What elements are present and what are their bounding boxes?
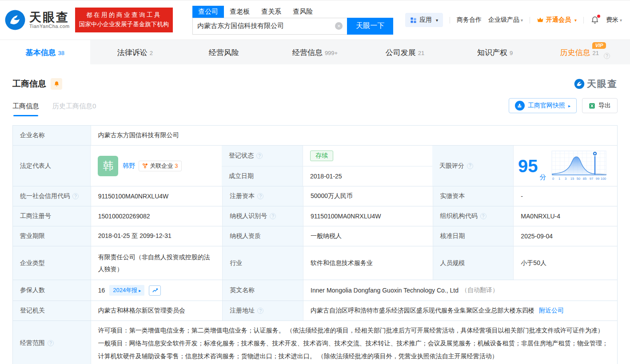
subtab-business-info[interactable]: 工商信息 bbox=[12, 102, 39, 116]
field-label: 经营范围 bbox=[13, 321, 91, 364]
help-icon[interactable] bbox=[256, 153, 263, 159]
svg-text:3: 3 bbox=[564, 177, 566, 181]
tab-basic-info[interactable]: 基本信息38 bbox=[0, 40, 90, 64]
tab-intellectual-property[interactable]: 知识产权9 bbox=[450, 40, 540, 64]
top-nav: 应用 商务合作 企业级产品 开通会员 bbox=[405, 13, 622, 27]
tianyancha-logo-icon bbox=[4, 9, 26, 31]
reg-address-cell: 内蒙古自治区呼和浩特市盛乐经济园区盛乐现代服务业集聚区企业总部大楼东四楼 附近公… bbox=[303, 301, 617, 320]
arrow-right-icon bbox=[568, 103, 570, 108]
brand-name: 天眼查 bbox=[29, 11, 70, 24]
company-name-value: 内蒙古东方国信科技有限公司 bbox=[91, 126, 617, 145]
credit-code-value: 91150100MA0NRXLU4W bbox=[91, 186, 223, 206]
table-row: 经营范围 许可项目：第一类增值电信业务；第二类增值电信业务；认证服务。 （依法须… bbox=[13, 320, 617, 364]
search-tab-boss[interactable]: 查老板 bbox=[224, 6, 255, 18]
section-title: 工商信息 bbox=[12, 78, 46, 90]
crown-icon bbox=[537, 17, 544, 23]
clear-icon[interactable] bbox=[335, 22, 343, 30]
status-badge: 存续 bbox=[310, 150, 333, 161]
field-label: 注册资本 bbox=[222, 186, 303, 206]
slogan-banner: 都在用的商业查询工具 国家中小企业发展子基金旗下机构 bbox=[75, 8, 173, 32]
reg-number-value: 150100020269082 bbox=[91, 206, 223, 226]
trend-chart-icon bbox=[152, 287, 158, 293]
paid-capital-value: - bbox=[513, 186, 617, 206]
network-icon bbox=[142, 163, 148, 169]
search-input[interactable] bbox=[197, 22, 335, 30]
search-box: 天眼一下 bbox=[192, 18, 393, 35]
notification-bell[interactable] bbox=[590, 16, 599, 24]
nav-enterprise-products[interactable]: 企业级产品 bbox=[488, 16, 523, 24]
field-label: 登记机关 bbox=[13, 301, 91, 320]
watermark-text: 天眼查 bbox=[587, 78, 618, 90]
help-icon[interactable] bbox=[48, 340, 54, 346]
field-label: 企业名称 bbox=[13, 126, 91, 145]
svg-text:85: 85 bbox=[582, 177, 586, 181]
apps-menu[interactable]: 应用 bbox=[405, 13, 443, 27]
search-tab-relation[interactable]: 查关系 bbox=[255, 6, 287, 18]
staff-size-value: 小于50人 bbox=[513, 246, 617, 280]
open-vip-menu[interactable]: 开通会员 bbox=[537, 16, 577, 24]
help-icon[interactable] bbox=[604, 53, 610, 59]
apps-label: 应用 bbox=[419, 16, 432, 24]
related-companies-badge[interactable]: 关联企业 3 bbox=[139, 161, 181, 171]
help-icon[interactable] bbox=[467, 163, 473, 169]
field-label: 纳税人资质 bbox=[222, 226, 303, 246]
field-label: 核准日期 bbox=[433, 226, 514, 246]
export-button[interactable]: 导出 bbox=[582, 98, 618, 113]
search-tabs: 查公司 查老板 查关系 查风险 bbox=[192, 6, 393, 18]
annual-report-badge[interactable]: 2024年报 bbox=[109, 285, 144, 296]
approved-date-value: 2025-09-04 bbox=[513, 226, 617, 246]
svg-text:97: 97 bbox=[589, 177, 593, 181]
field-label: 登记状态 bbox=[222, 146, 303, 166]
org-code-value: MA0NRXLU-4 bbox=[513, 206, 617, 226]
tab-history-info[interactable]: VIP 历史信息21 bbox=[540, 40, 630, 64]
page: 天眼查 TianYanCha.com 都在用的商业查询工具 国家中小企业发展子基… bbox=[0, 0, 630, 364]
watermark-logo: 天眼查 bbox=[574, 78, 618, 90]
subscribe-bell-button[interactable] bbox=[51, 78, 62, 90]
field-label: 统一社会信用代码 bbox=[13, 186, 91, 206]
search-tab-company[interactable]: 查公司 bbox=[192, 6, 224, 18]
field-label: 企业类型 bbox=[13, 246, 91, 280]
chevron-down-icon bbox=[436, 18, 438, 23]
username: 费米 bbox=[606, 16, 618, 24]
taxpayer-quality-value: 一般纳税人 bbox=[303, 226, 433, 246]
tab-operating-info[interactable]: 经营信息999+ bbox=[270, 40, 360, 64]
slogan-line1: 都在用的商业查询工具 bbox=[79, 11, 169, 20]
search-button[interactable]: 天眼一下 bbox=[347, 18, 393, 35]
help-icon[interactable] bbox=[257, 193, 263, 199]
legal-rep-name-link[interactable]: 韩野 bbox=[123, 162, 135, 170]
help-icon[interactable] bbox=[72, 193, 79, 199]
tab-legal-proceedings[interactable]: 法律诉讼2 bbox=[90, 40, 180, 64]
help-icon[interactable] bbox=[270, 213, 276, 219]
tianyancha-logo[interactable]: 天眼查 TianYanCha.com bbox=[4, 9, 70, 31]
search-tab-risk[interactable]: 查风险 bbox=[287, 6, 319, 18]
tab-company-development[interactable]: 公司发展21 bbox=[360, 40, 450, 64]
score-distribution-chart: 0 1 3 15 50 85 97 99 100 bbox=[551, 150, 607, 182]
svg-text:99: 99 bbox=[595, 177, 599, 181]
nearby-companies-link[interactable]: 附近公司 bbox=[539, 307, 564, 315]
field-label: 英文名称 bbox=[222, 280, 303, 301]
top-header: 天眼查 TianYanCha.com 都在用的商业查询工具 国家中小企业发展子基… bbox=[0, 0, 630, 40]
field-label: 法定代表人 bbox=[13, 146, 90, 186]
official-snapshot-button[interactable]: 工商官网快照 bbox=[509, 98, 577, 113]
help-icon[interactable] bbox=[257, 308, 263, 314]
trend-chart-button[interactable] bbox=[149, 285, 161, 296]
tab-operating-risk[interactable]: 经营风险 bbox=[180, 40, 270, 64]
field-label: 行业 bbox=[222, 246, 303, 280]
field-label: 天眼评分 bbox=[432, 146, 513, 186]
field-label: 营业期限 bbox=[13, 226, 91, 246]
excel-icon bbox=[589, 103, 595, 109]
company-type-value: 有限责任公司（非自然人投资或控股的法人独资） bbox=[91, 246, 223, 280]
business-info-table: 企业名称 内蒙古东方国信科技有限公司 法定代表人 韩 韩野 bbox=[12, 125, 618, 364]
field-label: 成立日期 bbox=[222, 166, 303, 186]
svg-text:100: 100 bbox=[600, 177, 606, 181]
user-menu[interactable]: 费米 bbox=[606, 16, 622, 24]
help-icon[interactable] bbox=[480, 213, 486, 219]
legal-rep-cell: 韩 韩野 关联企业 3 bbox=[90, 146, 222, 186]
field-label: 注册地址 bbox=[222, 301, 303, 320]
legal-rep-avatar[interactable]: 韩 bbox=[98, 156, 118, 176]
nav-cooperation[interactable]: 商务合作 bbox=[457, 16, 482, 24]
chevron-down-icon bbox=[521, 18, 523, 23]
field-label: 纳税人识别号 bbox=[222, 206, 303, 226]
subtab-history-business-info[interactable]: 历史工商信息0 bbox=[52, 102, 96, 116]
main-tab-bar: 基本信息38 法律诉讼2 经营风险 经营信息999+ 公司发展21 知识产权9 … bbox=[0, 40, 630, 64]
